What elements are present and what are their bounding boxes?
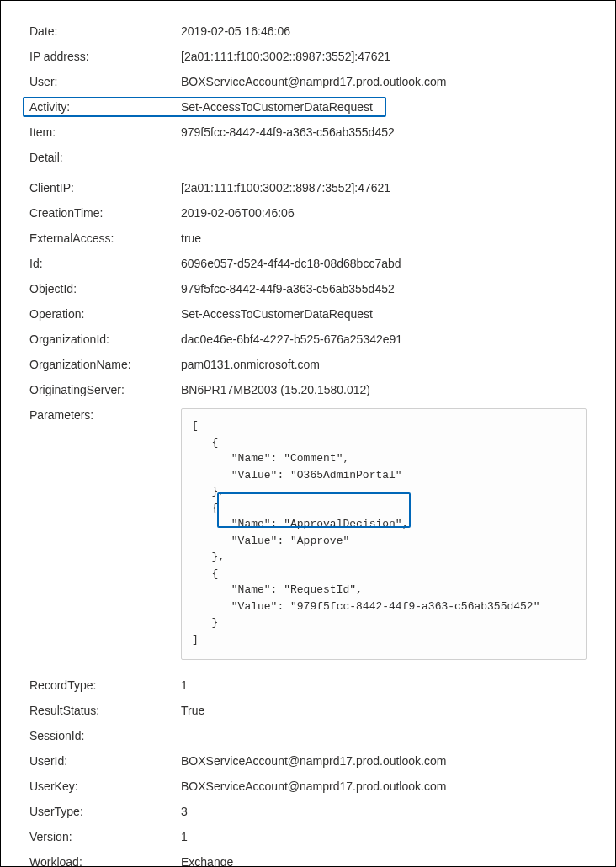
row-usertype: UserType: 3 bbox=[29, 805, 587, 818]
row-organizationid: OrganizationId: dac0e46e-6bf4-4227-b525-… bbox=[29, 332, 587, 346]
label-externalaccess: ExternalAccess: bbox=[29, 231, 181, 245]
value-user: BOXServiceAccount@namprd17.prod.outlook.… bbox=[181, 75, 587, 88]
row-organizationname: OrganizationName: pam0131.onmicrosoft.co… bbox=[29, 358, 587, 371]
row-externalaccess: ExternalAccess: true bbox=[29, 231, 587, 245]
value-creationtime: 2019-02-06T00:46:06 bbox=[181, 206, 587, 220]
row-date: Date: 2019-02-05 16:46:06 bbox=[29, 24, 587, 38]
value-originatingserver: BN6PR17MB2003 (15.20.1580.012) bbox=[181, 383, 587, 396]
label-usertype: UserType: bbox=[29, 805, 181, 818]
value-externalaccess: true bbox=[181, 231, 587, 245]
label-sessionid: SessionId: bbox=[29, 729, 181, 742]
value-operation: Set-AccessToCustomerDataRequest bbox=[181, 307, 587, 321]
label-parameters: Parameters: bbox=[29, 408, 181, 422]
label-originatingserver: OriginatingServer: bbox=[29, 383, 181, 396]
row-ip-address: IP address: [2a01:111:f100:3002::8987:35… bbox=[29, 50, 587, 63]
label-creationtime: CreationTime: bbox=[29, 206, 181, 220]
row-parameters: Parameters: [ { "Name": "Comment", "Valu… bbox=[29, 408, 587, 660]
row-objectid: ObjectId: 979f5fcc-8442-44f9-a363-c56ab3… bbox=[29, 282, 587, 295]
label-item: Item: bbox=[29, 125, 181, 139]
label-clientip: ClientIP: bbox=[29, 181, 181, 194]
row-id: Id: 6096e057-d524-4f44-dc18-08d68bcc7abd bbox=[29, 257, 587, 270]
value-organizationid: dac0e46e-6bf4-4227-b525-676a25342e91 bbox=[181, 332, 587, 346]
row-workload: Workload: Exchange bbox=[29, 855, 587, 867]
row-activity: Activity: Set-AccessToCustomerDataReques… bbox=[29, 100, 587, 114]
label-version: Version: bbox=[29, 830, 181, 843]
label-detail: Detail: bbox=[29, 151, 181, 164]
label-resultstatus: ResultStatus: bbox=[29, 704, 181, 717]
value-resultstatus: True bbox=[181, 704, 587, 717]
value-usertype: 3 bbox=[181, 805, 587, 818]
value-activity: Set-AccessToCustomerDataRequest bbox=[181, 100, 587, 114]
label-userid: UserId: bbox=[29, 754, 181, 768]
detail-panel: Date: 2019-02-05 16:46:06 IP address: [2… bbox=[29, 24, 587, 867]
label-id: Id: bbox=[29, 257, 181, 270]
row-originatingserver: OriginatingServer: BN6PR17MB2003 (15.20.… bbox=[29, 383, 587, 396]
value-organizationname: pam0131.onmicrosoft.com bbox=[181, 358, 587, 371]
value-date: 2019-02-05 16:46:06 bbox=[181, 24, 587, 38]
row-userid: UserId: BOXServiceAccount@namprd17.prod.… bbox=[29, 754, 587, 768]
label-activity: Activity: bbox=[29, 100, 181, 114]
value-userid: BOXServiceAccount@namprd17.prod.outlook.… bbox=[181, 754, 587, 768]
row-resultstatus: ResultStatus: True bbox=[29, 704, 587, 717]
label-date: Date: bbox=[29, 24, 181, 38]
row-creationtime: CreationTime: 2019-02-06T00:46:06 bbox=[29, 206, 587, 220]
row-user: User: BOXServiceAccount@namprd17.prod.ou… bbox=[29, 75, 587, 88]
value-clientip: [2a01:111:f100:3002::8987:3552]:47621 bbox=[181, 181, 587, 194]
row-sessionid: SessionId: bbox=[29, 729, 587, 742]
row-userkey: UserKey: BOXServiceAccount@namprd17.prod… bbox=[29, 779, 587, 793]
value-objectid: 979f5fcc-8442-44f9-a363-c56ab355d452 bbox=[181, 282, 587, 295]
value-item: 979f5fcc-8442-44f9-a363-c56ab355d452 bbox=[181, 125, 587, 139]
value-ip-address: [2a01:111:f100:3002::8987:3552]:47621 bbox=[181, 50, 587, 63]
label-ip-address: IP address: bbox=[29, 50, 181, 63]
row-operation: Operation: Set-AccessToCustomerDataReque… bbox=[29, 307, 587, 321]
value-recordtype: 1 bbox=[181, 678, 587, 692]
value-version: 1 bbox=[181, 830, 587, 843]
row-version: Version: 1 bbox=[29, 830, 587, 843]
label-user: User: bbox=[29, 75, 181, 88]
value-workload: Exchange bbox=[181, 855, 587, 867]
label-objectid: ObjectId: bbox=[29, 282, 181, 295]
label-workload: Workload: bbox=[29, 855, 181, 867]
label-recordtype: RecordType: bbox=[29, 678, 181, 692]
row-item: Item: 979f5fcc-8442-44f9-a363-c56ab355d4… bbox=[29, 125, 587, 139]
row-clientip: ClientIP: [2a01:111:f100:3002::8987:3552… bbox=[29, 181, 587, 194]
row-recordtype: RecordType: 1 bbox=[29, 678, 587, 692]
value-userkey: BOXServiceAccount@namprd17.prod.outlook.… bbox=[181, 779, 587, 793]
label-operation: Operation: bbox=[29, 307, 181, 321]
label-userkey: UserKey: bbox=[29, 779, 181, 793]
label-organizationname: OrganizationName: bbox=[29, 358, 181, 371]
value-parameters: [ { "Name": "Comment", "Value": "O365Adm… bbox=[181, 408, 587, 660]
parameters-json: [ { "Name": "Comment", "Value": "O365Adm… bbox=[192, 419, 539, 646]
label-organizationid: OrganizationId: bbox=[29, 332, 181, 346]
row-detail: Detail: bbox=[29, 151, 587, 164]
value-id: 6096e057-d524-4f44-dc18-08d68bcc7abd bbox=[181, 257, 587, 270]
